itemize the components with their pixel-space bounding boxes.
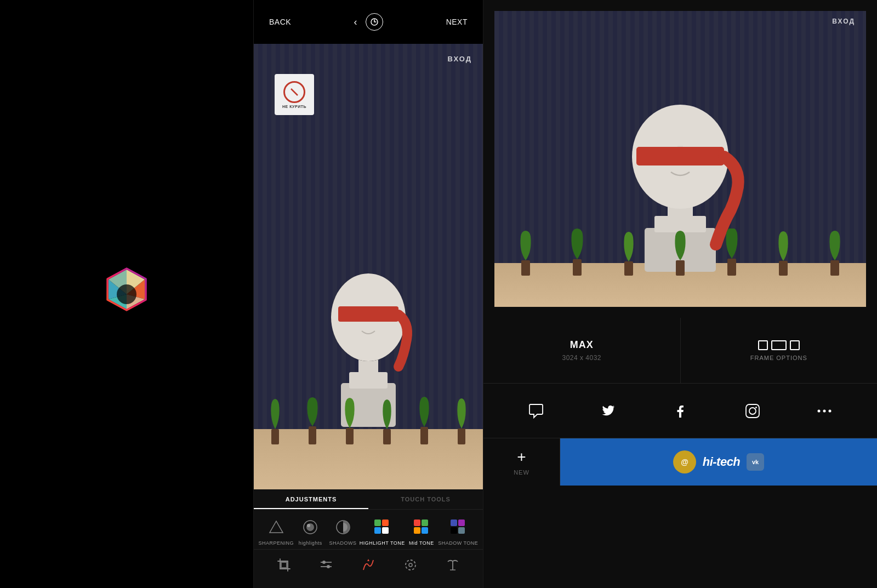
svg-rect-33 xyxy=(458,520,465,526)
next-button[interactable]: NEXT xyxy=(446,18,468,26)
shadows-label: SHADOWS xyxy=(329,540,357,546)
right-photo-frame: ВХОД xyxy=(494,11,866,307)
hitech-vk-icon: vk xyxy=(747,453,764,471)
shadow-tone-icon xyxy=(448,517,468,537)
svg-point-1 xyxy=(117,284,136,304)
svg-rect-59 xyxy=(746,404,759,418)
export-max-option[interactable]: MAX 3024 x 4032 xyxy=(483,318,681,383)
toolbar-icons-row: SHARPENING highlights xyxy=(254,510,483,549)
shadows-icon xyxy=(333,517,353,537)
svg-point-60 xyxy=(749,408,756,414)
svg-rect-56 xyxy=(727,259,736,276)
frame-square-icon xyxy=(758,340,768,350)
right-photo-watermark: ВХОД xyxy=(832,18,855,25)
svg-rect-17 xyxy=(420,427,428,444)
svg-line-4 xyxy=(291,89,298,95)
right-bottom-bar: + NEW @ hi-tech vk xyxy=(483,438,877,486)
hitech-banner[interactable]: @ hi-tech vk xyxy=(560,438,877,486)
mid-tone-icon xyxy=(412,517,431,537)
svg-rect-14 xyxy=(309,426,316,444)
svg-marker-19 xyxy=(270,521,283,533)
panel-left xyxy=(0,0,253,588)
plants-row xyxy=(254,391,483,446)
new-plus-icon: + xyxy=(517,448,526,466)
share-message-button[interactable] xyxy=(522,397,550,425)
back-button[interactable]: BACK xyxy=(269,18,291,26)
tab-touch-tools[interactable]: TOUCH TOOLS xyxy=(368,496,483,509)
middle-photo-area: НЕ КУРИТЬ ВХОД xyxy=(254,44,483,489)
sign-text: НЕ КУРИТЬ xyxy=(282,105,306,109)
sharpening-label: SHARPENING xyxy=(259,540,294,546)
sliders-tool-button[interactable] xyxy=(315,554,337,576)
svg-marker-41 xyxy=(367,559,369,561)
tool-mid-tone[interactable]: Mid TONE xyxy=(406,517,437,546)
tool-shadow-tone[interactable]: SHADOW TONE xyxy=(438,517,478,546)
text-tool-button[interactable] xyxy=(442,554,464,576)
share-twitter-button[interactable] xyxy=(594,397,622,425)
svg-rect-30 xyxy=(414,527,420,534)
middle-toolbar: ADJUSTMENTS TOUCH TOOLS SHARPENING xyxy=(254,489,483,588)
share-more-button[interactable] xyxy=(811,397,838,425)
svg-rect-52 xyxy=(521,260,530,276)
svg-point-38 xyxy=(322,561,326,564)
middle-header: BACK ‹ NEXT xyxy=(254,0,483,44)
new-label: NEW xyxy=(514,469,529,476)
right-photo-area: ВХОД xyxy=(483,0,877,318)
panel-right: ВХОД xyxy=(483,0,877,588)
shadow-tone-label: SHADOW TONE xyxy=(438,540,478,546)
svg-point-61 xyxy=(755,407,757,408)
panel-middle: BACK ‹ NEXT НЕ КУРИТЬ ВХОД xyxy=(253,0,483,588)
sharpening-icon xyxy=(266,517,286,537)
history-button[interactable] xyxy=(366,13,383,31)
svg-point-42 xyxy=(406,560,415,570)
frame-label: FRAME OPTIONS xyxy=(750,355,807,361)
prev-button[interactable]: ‹ xyxy=(354,16,357,28)
svg-rect-53 xyxy=(573,259,582,276)
svg-rect-54 xyxy=(624,261,633,276)
frame-icons xyxy=(758,340,800,350)
tool-highlight-tone[interactable]: HIGHLIGHT TONE xyxy=(360,517,405,546)
export-frame-option[interactable]: FRAME OPTIONS xyxy=(681,318,878,383)
hitech-logo-icon: @ xyxy=(673,450,696,473)
tool-shadows[interactable]: SHADOWS xyxy=(327,517,359,546)
tab-adjustments[interactable]: ADJUSTMENTS xyxy=(254,496,368,509)
svg-point-64 xyxy=(829,409,832,412)
svg-rect-25 xyxy=(382,520,389,526)
right-share-row xyxy=(483,384,877,438)
right-plants-row xyxy=(494,227,866,277)
toolbar-bottom-icons xyxy=(254,549,483,584)
highlights-label: highlights xyxy=(299,540,322,546)
max-resolution: 3024 x 4032 xyxy=(562,354,601,362)
new-button[interactable]: + NEW xyxy=(483,438,560,486)
svg-rect-31 xyxy=(422,527,428,534)
svg-point-43 xyxy=(409,563,412,567)
circle-adjust-button[interactable] xyxy=(400,554,422,576)
highlights-icon xyxy=(300,517,320,537)
crop-tool-button[interactable] xyxy=(273,554,295,576)
tool-highlights[interactable]: highlights xyxy=(294,517,326,546)
curves-tool-button[interactable] xyxy=(357,554,379,576)
hitech-text-label: hi-tech xyxy=(703,455,741,469)
frame-square2-icon xyxy=(790,340,800,350)
frame-wide-icon xyxy=(771,340,787,350)
app-logo xyxy=(96,264,157,324)
svg-rect-24 xyxy=(374,520,381,526)
svg-text:@: @ xyxy=(681,458,688,466)
no-smoking-sign: НЕ КУРИТЬ xyxy=(275,74,314,115)
mid-tone-label: Mid TONE xyxy=(409,540,434,546)
header-center: ‹ xyxy=(354,13,383,31)
share-instagram-button[interactable] xyxy=(739,397,766,425)
tool-sharpening[interactable]: SHARPENING xyxy=(259,517,294,546)
svg-rect-16 xyxy=(383,429,391,444)
photo-watermark: ВХОД xyxy=(448,55,472,63)
svg-rect-12 xyxy=(338,306,398,322)
svg-rect-51 xyxy=(636,147,724,165)
share-facebook-button[interactable] xyxy=(667,397,694,425)
highlight-tone-icon xyxy=(372,517,392,537)
svg-rect-55 xyxy=(676,260,685,276)
svg-rect-13 xyxy=(271,429,279,444)
svg-text:vk: vk xyxy=(752,459,759,465)
svg-rect-18 xyxy=(458,429,465,444)
svg-rect-15 xyxy=(346,428,354,444)
svg-point-40 xyxy=(327,565,330,568)
